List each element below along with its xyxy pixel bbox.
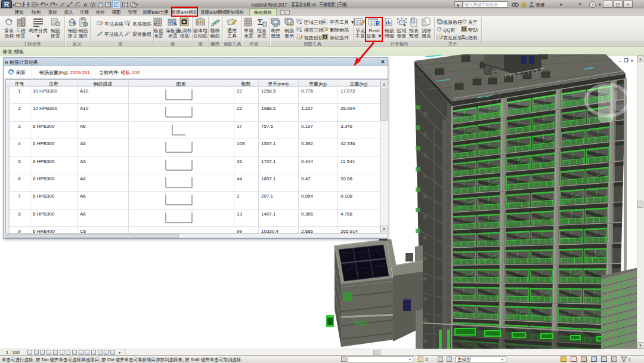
svg-text:A: A [83,2,88,8]
svg-text:Σ: Σ [462,34,465,40]
svg-text:Σ: Σ [258,18,263,27]
